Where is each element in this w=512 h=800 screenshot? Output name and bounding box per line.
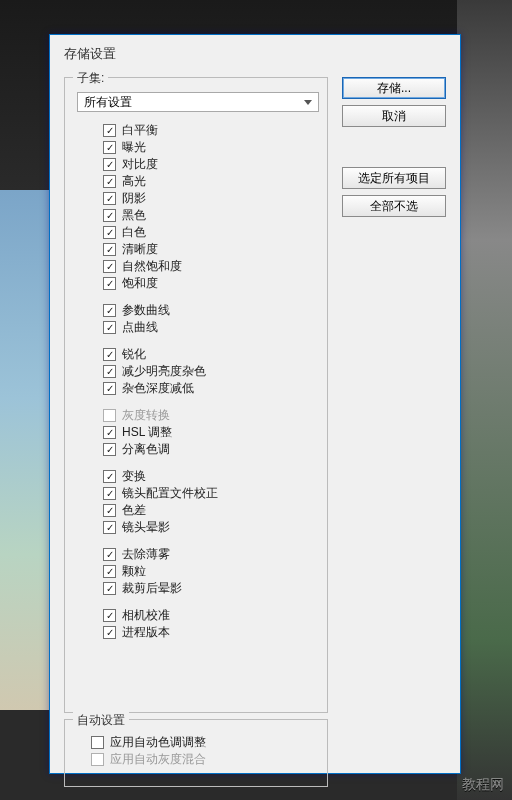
checkbox-label: 白色	[122, 224, 146, 241]
checkbox-icon: ✓	[103, 487, 116, 500]
subset-select-value: 所有设置	[84, 94, 132, 111]
checkbox-icon: ✓	[103, 365, 116, 378]
subset-legend: 子集:	[73, 70, 108, 87]
checkbox-item[interactable]: ✓对比度	[103, 156, 319, 173]
save-button[interactable]: 存储...	[342, 77, 446, 99]
checkbox-item[interactable]: ✓色差	[103, 502, 319, 519]
checkbox-item[interactable]: ✓点曲线	[103, 319, 319, 336]
checkbox-icon: ✓	[103, 321, 116, 334]
checkbox-item[interactable]: ✓裁剪后晕影	[103, 580, 319, 597]
checkbox-label: 阴影	[122, 190, 146, 207]
checkbox-icon: ✓	[103, 124, 116, 137]
group-gap	[103, 397, 319, 407]
checkbox-icon: ✓	[103, 382, 116, 395]
checkbox-item[interactable]: ✓镜头晕影	[103, 519, 319, 536]
select-all-button[interactable]: 选定所有项目	[342, 167, 446, 189]
checkbox-icon: ✓	[103, 226, 116, 239]
subset-select-row: 所有设置	[77, 92, 319, 112]
checkbox-icon: ✓	[103, 175, 116, 188]
checkbox-icon: ✓	[103, 521, 116, 534]
checkbox-item[interactable]: ✓黑色	[103, 207, 319, 224]
checkbox-item[interactable]: ✓HSL 调整	[103, 424, 319, 441]
checkbox-label: 高光	[122, 173, 146, 190]
checkbox-icon: ✓	[103, 548, 116, 561]
checkbox-label: 颗粒	[122, 563, 146, 580]
checkbox-icon: ✓	[103, 426, 116, 439]
checkbox-item[interactable]: ✓曝光	[103, 139, 319, 156]
checkbox-label: 进程版本	[122, 624, 170, 641]
checkbox-label: 饱和度	[122, 275, 158, 292]
subset-fieldset: 子集: 所有设置 ✓白平衡✓曝光✓对比度✓高光✓阴影✓黑色✓白色✓清晰度✓自然饱…	[64, 77, 328, 713]
checkbox-label: 镜头配置文件校正	[122, 485, 218, 502]
checkbox-icon: ✓	[103, 609, 116, 622]
checkbox-icon: ✓	[103, 260, 116, 273]
checkbox-label: 自然饱和度	[122, 258, 182, 275]
checkbox-label: 裁剪后晕影	[122, 580, 182, 597]
checkbox-icon: ✓	[103, 626, 116, 639]
checkbox-icon: ✓	[103, 243, 116, 256]
auto-checklist: 应用自动色调调整应用自动灰度混合	[73, 732, 319, 768]
checkbox-label: 应用自动色调调整	[110, 734, 206, 751]
side-buttons: 存储... 取消 选定所有项目 全部不选	[342, 77, 446, 217]
checkbox-item[interactable]: ✓自然饱和度	[103, 258, 319, 275]
checkbox-item[interactable]: ✓参数曲线	[103, 302, 319, 319]
checkbox-item[interactable]: ✓分离色调	[103, 441, 319, 458]
checkbox-icon: ✓	[103, 348, 116, 361]
checkbox-icon	[91, 753, 104, 766]
checkbox-label: HSL 调整	[122, 424, 172, 441]
checkbox-label: 变换	[122, 468, 146, 485]
chevron-down-icon	[304, 100, 312, 105]
checkbox-item[interactable]: ✓镜头配置文件校正	[103, 485, 319, 502]
checkbox-item[interactable]: ✓清晰度	[103, 241, 319, 258]
group-gap	[103, 292, 319, 302]
checkbox-label: 黑色	[122, 207, 146, 224]
checkbox-label: 减少明亮度杂色	[122, 363, 206, 380]
auto-legend: 自动设置	[73, 712, 129, 729]
checkbox-item[interactable]: ✓变换	[103, 468, 319, 485]
checkbox-label: 应用自动灰度混合	[110, 751, 206, 768]
checkbox-label: 镜头晕影	[122, 519, 170, 536]
checkbox-item[interactable]: ✓饱和度	[103, 275, 319, 292]
dialog-title: 存储设置	[50, 35, 460, 69]
checkbox-item[interactable]: ✓锐化	[103, 346, 319, 363]
checkbox-icon: ✓	[103, 209, 116, 222]
checkbox-label: 杂色深度减低	[122, 380, 194, 397]
subset-select[interactable]: 所有设置	[77, 92, 319, 112]
checkbox-item[interactable]: ✓进程版本	[103, 624, 319, 641]
checkbox-label: 清晰度	[122, 241, 158, 258]
checkbox-item[interactable]: ✓去除薄雾	[103, 546, 319, 563]
checkbox-icon: ✓	[103, 565, 116, 578]
group-gap	[103, 597, 319, 607]
checkbox-label: 相机校准	[122, 607, 170, 624]
checkbox-label: 参数曲线	[122, 302, 170, 319]
checkbox-item[interactable]: ✓颗粒	[103, 563, 319, 580]
checkbox-item[interactable]: 应用自动色调调整	[91, 734, 319, 751]
checkbox-item[interactable]: ✓白平衡	[103, 122, 319, 139]
checkbox-icon: ✓	[103, 277, 116, 290]
cancel-button[interactable]: 取消	[342, 105, 446, 127]
select-none-button[interactable]: 全部不选	[342, 195, 446, 217]
checkbox-item[interactable]: ✓杂色深度减低	[103, 380, 319, 397]
checkbox-label: 分离色调	[122, 441, 170, 458]
checkbox-icon: ✓	[103, 304, 116, 317]
checkbox-icon: ✓	[103, 192, 116, 205]
group-gap	[103, 336, 319, 346]
checkbox-label: 灰度转换	[122, 407, 170, 424]
checkbox-item: 灰度转换	[103, 407, 319, 424]
checkbox-item[interactable]: ✓白色	[103, 224, 319, 241]
checkbox-icon	[103, 409, 116, 422]
checkbox-item[interactable]: ✓减少明亮度杂色	[103, 363, 319, 380]
checkbox-icon	[91, 736, 104, 749]
checkbox-label: 对比度	[122, 156, 158, 173]
dialog-body: 子集: 所有设置 ✓白平衡✓曝光✓对比度✓高光✓阴影✓黑色✓白色✓清晰度✓自然饱…	[64, 77, 446, 759]
checkbox-label: 色差	[122, 502, 146, 519]
checkbox-item[interactable]: ✓高光	[103, 173, 319, 190]
checkbox-icon: ✓	[103, 443, 116, 456]
group-gap	[103, 458, 319, 468]
checkbox-icon: ✓	[103, 504, 116, 517]
checkbox-item[interactable]: ✓阴影	[103, 190, 319, 207]
background-photo-right	[457, 0, 512, 800]
button-spacer	[342, 133, 446, 161]
checkbox-icon: ✓	[103, 470, 116, 483]
checkbox-item[interactable]: ✓相机校准	[103, 607, 319, 624]
